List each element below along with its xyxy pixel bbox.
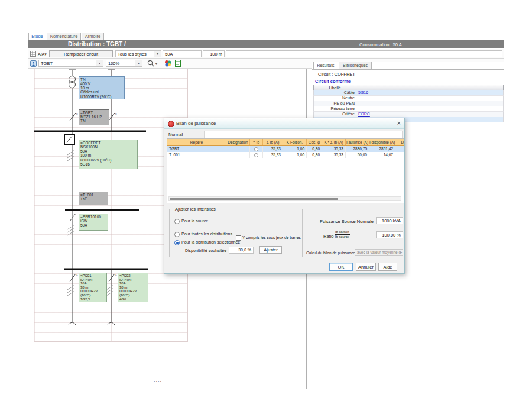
ib-radio-icon[interactable] [254,147,258,151]
chevron-down-icon: ▾ [135,60,142,66]
pc02-component-box[interactable]: =PC02 iDT40N 30A 30 m U1000R2V (90°C) 4G… [118,273,148,302]
socket-hatch-symbol [67,225,74,235]
palette-icon[interactable] [164,60,171,67]
svg-text:x: x [76,112,78,115]
table-row[interactable]: TGBT 35,33 1,00 0,80 35,33 2886,75 2851,… [167,146,404,152]
app-window: Etude Nomenclature Armoire Distribution … [0,0,532,414]
replace-circuit-button[interactable]: Remplacer circuit [49,50,113,57]
radio-toutes-distributions[interactable] [174,232,180,237]
page-title: Distribution : TGBT / [68,41,126,47]
power-source-label: Puissance Source Normale [313,219,374,224]
target-select[interactable]: TGBT ▾ [38,60,103,67]
radio-pour-la-source[interactable] [174,219,180,224]
dialog-title: Bilan de puissance [176,121,216,126]
power-balance-table: Repère Désignation = Ib Σ Ib (A) K Foiso… [167,138,404,203]
t001-component-box[interactable]: =T_001 TN [79,192,108,205]
coffret-component-box[interactable]: =COFFRET NSX100N 50A 100 m U1000R2V (90°… [79,140,138,169]
pc01-component-box[interactable]: =PC01 iDT40N 16A 30 m U1000R2V (90°C) 3G… [79,273,107,302]
svg-text:x: x [76,273,78,276]
table-row[interactable]: Réseau terre [313,106,504,112]
zoom-select[interactable]: 100% ▾ [106,60,142,67]
results-tabbar: Résultats Bibliothèques [312,62,504,70]
consumption-label: Consommation : 50 A [359,42,402,47]
tab-etude[interactable]: Etude [28,33,46,40]
svg-text:x: x [115,112,117,115]
results-table: Libellé Câble 5G16 Neutre PE ou PEN Rése… [313,85,504,122]
ok-button[interactable]: OK [329,263,353,271]
results-table-header[interactable]: Libellé [313,85,504,90]
dialog-mode-field[interactable] [204,131,403,139]
tab-nomenclature[interactable]: Nomenclature [47,33,81,40]
calc-method-select[interactable]: avec la valeur moyenne d ▾ [355,249,403,256]
power-source-field[interactable]: 1000 kVA [376,217,403,224]
distribution-titlebar: Distribution : TGBT / Consommation : 50 … [28,40,504,48]
table-row[interactable]: PE ou PEN [313,101,504,106]
page-break-dots: .... [154,377,162,383]
dialog-titlebar[interactable]: Bilan de puissance × [164,118,404,129]
availability-field[interactable]: 30,0 % [229,247,254,254]
document-tabbar: Etude Nomenclature Armoire [28,33,504,40]
power-table-header[interactable]: Repère Désignation = Ib Σ Ib (A) K Foiso… [167,139,404,146]
socket-hatch-symbol [106,285,113,296]
adjust-button[interactable]: Ajuster [259,246,282,254]
circuit-label: Circuit : COFFRET [318,72,355,77]
tab-resultats[interactable]: Résultats [313,62,338,69]
cancel-button[interactable]: Annuler [356,263,376,271]
source-component-box[interactable]: TN 400 V 10 m Câbles uni U1000R2V (90°C) [79,76,125,99]
chevron-down-icon: ▾ [400,250,402,254]
app-logo-icon [168,121,174,127]
transformer-symbol [69,76,76,88]
report-document-icon[interactable] [175,60,181,67]
circuit-status: Circuit conforme [315,79,351,84]
component-icon[interactable] [30,60,37,67]
zoom-magnifier-icon[interactable] [147,60,155,67]
extra-field[interactable] [226,50,502,57]
ratio-field[interactable]: 100,00 % [376,231,403,238]
style-sheet-icon[interactable] [30,51,36,57]
table-row[interactable]: Critère FORC [313,112,504,117]
scrollbar-thumb[interactable] [170,198,338,200]
table-row[interactable]: T_001 35,33 1,00 0,80 35,33 50,00 14,67 [167,152,404,158]
outlet-arc-symbol [107,322,115,325]
adjust-intensities-group: Ajuster les intensités Pour la source Po… [169,209,303,257]
help-button[interactable]: Aide [378,263,397,271]
group-legend: Ajuster les intensités [173,206,218,212]
length-field[interactable]: 100 m [203,50,225,57]
ib-radio-icon[interactable] [254,153,258,157]
ratio-fraction: Ib liaison Ib source [335,230,350,239]
chevron-down-icon: ▾ [96,60,103,66]
tab-armoire[interactable]: Armoire [82,33,104,40]
svg-text:x: x [115,273,117,276]
calc-label: Calcul du bilan de puissance [306,251,353,255]
ratio-label: Ratio [323,234,334,239]
rating-field[interactable]: 50A [163,50,202,57]
dialog-mode-tab[interactable]: Normal [168,132,183,137]
font-size-button[interactable]: A/A▾ [38,51,47,57]
table-row[interactable]: Neutre [313,96,504,101]
outlet-arc-symbol [68,322,76,325]
checkbox-sous-jeux-barres[interactable] [236,235,241,241]
table-row[interactable]: Câble 5G16 [313,90,504,96]
radio-distribution-selectionnee[interactable] [174,240,180,245]
styles-select[interactable]: Tous les styles ▾ [115,50,161,57]
chevron-down-icon: ▾ [154,51,161,57]
pfr-component-box[interactable]: =PFR10106 iSW 50A [79,214,108,231]
zoom-dropdown-arrow-icon[interactable]: ▾ [155,61,157,67]
socket-hatch-symbol [67,285,74,296]
close-icon[interactable]: × [397,119,401,127]
toolbar-row1: A/A▾ Remplacer circuit Tous les styles ▾… [28,49,504,59]
selection-handle[interactable] [64,134,75,145]
socket-hatch-symbol [67,150,74,161]
bilan-de-puissance-dialog: Bilan de puissance × Normal Repère Désig… [164,118,405,274]
tgbt-component-box[interactable]: =TGBT MTZ1 16 H2 TN [79,109,109,125]
horizontal-scrollbar[interactable] [168,196,401,201]
tab-bibliotheques[interactable]: Bibliothèques [339,62,372,69]
